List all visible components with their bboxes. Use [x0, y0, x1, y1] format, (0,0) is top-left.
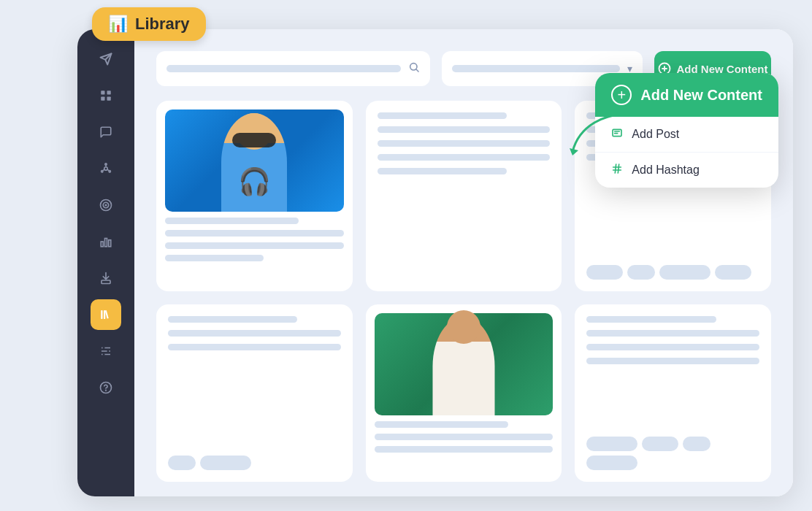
sidebar-item-target[interactable]	[91, 190, 121, 220]
card-4-tags	[168, 456, 341, 470]
sidebar-item-inbox[interactable]	[91, 263, 121, 293]
card-4-line1	[168, 330, 341, 337]
card-1-line3	[165, 255, 264, 261]
svg-rect-18	[109, 240, 111, 247]
card-5-image	[375, 313, 554, 415]
tag-10	[586, 456, 637, 470]
svg-rect-20	[101, 310, 102, 319]
svg-point-7	[105, 164, 107, 165]
tag-6	[200, 456, 251, 470]
card-5-title	[375, 421, 509, 428]
svg-rect-16	[101, 242, 103, 247]
add-hashtag-label: Add Hashtag	[632, 164, 700, 177]
sidebar-item-network[interactable]	[91, 153, 121, 184]
svg-line-31	[416, 69, 418, 72]
svg-line-12	[103, 169, 104, 171]
card-2	[366, 101, 562, 291]
tag-3	[659, 265, 710, 280]
svg-point-25	[103, 347, 105, 349]
card-1-image	[165, 110, 344, 212]
card-2-line2	[378, 140, 551, 147]
card-1	[156, 101, 353, 291]
card-5-line1	[375, 434, 554, 440]
svg-rect-5	[107, 97, 111, 101]
tag-5	[168, 456, 196, 470]
popup-add-icon: +	[611, 85, 632, 105]
svg-rect-2	[101, 91, 104, 94]
arrow-connector	[565, 108, 624, 169]
sidebar-item-library[interactable]	[91, 299, 121, 330]
svg-point-6	[104, 167, 108, 171]
card-6-line1	[586, 330, 759, 337]
svg-point-27	[103, 353, 105, 356]
svg-rect-4	[101, 97, 104, 101]
card-5	[366, 304, 562, 483]
card-1-title	[165, 218, 299, 224]
svg-rect-21	[104, 310, 105, 319]
sidebar-item-send[interactable]	[91, 44, 121, 74]
library-badge[interactable]: 📊 Library	[92, 7, 206, 41]
library-badge-label: Library	[135, 15, 190, 34]
sidebar-item-analytics[interactable]	[91, 226, 121, 257]
card-6-tags	[586, 437, 759, 470]
search-input-placeholder	[166, 65, 401, 72]
tag-4	[715, 265, 751, 280]
content-area: ▾ Add New Content	[134, 29, 793, 496]
filter-input-placeholder	[452, 65, 621, 72]
sidebar-item-comments[interactable]	[91, 117, 121, 147]
sidebar	[77, 29, 134, 496]
card-2-line1	[378, 126, 551, 133]
card-3-tags	[586, 265, 759, 280]
tag-2	[627, 265, 655, 280]
card-6-title	[586, 316, 716, 323]
card-6	[575, 304, 771, 483]
tag-8	[642, 437, 678, 451]
sidebar-item-settings[interactable]	[91, 336, 121, 366]
card-5-line2	[375, 446, 554, 453]
sidebar-item-dashboard[interactable]	[91, 80, 121, 111]
search-bar[interactable]	[156, 51, 430, 86]
svg-point-8	[109, 171, 110, 172]
svg-rect-19	[102, 280, 110, 284]
svg-rect-17	[105, 239, 107, 247]
sidebar-item-support[interactable]	[91, 372, 121, 403]
card-6-line3	[586, 358, 759, 364]
svg-rect-3	[107, 91, 111, 94]
tag-1	[586, 265, 623, 280]
card-6-line2	[586, 344, 759, 350]
svg-point-9	[102, 171, 103, 172]
library-badge-icon: 📊	[108, 15, 128, 34]
card-4-title	[168, 316, 297, 323]
main-card: ▾ Add New Content	[77, 29, 793, 496]
card-2-line4	[378, 168, 508, 174]
add-post-label: Add Post	[632, 128, 679, 141]
card-1-line1	[165, 230, 344, 237]
svg-point-29	[106, 390, 107, 391]
card-2-title	[378, 112, 508, 119]
svg-marker-42	[570, 148, 578, 155]
popup-header-label: Add New Content	[640, 87, 762, 104]
tag-9	[683, 437, 710, 451]
svg-point-15	[105, 204, 107, 206]
card-4	[156, 304, 353, 483]
tag-7	[586, 437, 637, 451]
card-2-line3	[378, 154, 551, 161]
search-icon	[408, 61, 420, 76]
card-1-line2	[165, 242, 344, 249]
card-4-line2	[168, 344, 341, 350]
svg-point-26	[107, 350, 110, 353]
svg-line-11	[107, 169, 109, 171]
